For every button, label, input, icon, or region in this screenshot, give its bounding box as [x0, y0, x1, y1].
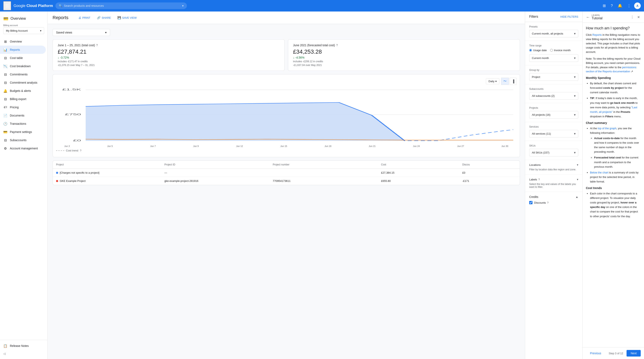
services-select[interactable]: All services (11) ▾: [529, 130, 578, 138]
labels-header: Labels ? ▾: [529, 178, 578, 181]
sidebar-item-commitments[interactable]: ⊟ Commitments: [0, 70, 46, 79]
discounts-checkbox[interactable]: [529, 201, 532, 204]
projects-select[interactable]: All projects (16) ▾: [529, 111, 578, 119]
cost-trend: Cost trend ?: [56, 147, 516, 154]
print-icon: 🖨: [78, 16, 81, 19]
locations-note: Filter by location data like region and …: [529, 168, 578, 171]
current-month-value: Current month: [532, 57, 549, 60]
apps-icon[interactable]: ⊞: [601, 2, 608, 10]
sidebar-collapse-btn[interactable]: ◁: [0, 350, 48, 357]
chart-period-select[interactable]: Daily ▾: [486, 78, 500, 84]
labels-help[interactable]: ?: [538, 178, 540, 181]
notifications-icon[interactable]: 🔔: [616, 2, 624, 10]
search-input[interactable]: [64, 4, 180, 8]
labels-note: Select the key and values of the labels …: [529, 183, 578, 188]
sidebar-item-cost-table[interactable]: ⊟ Cost table: [0, 54, 46, 62]
print-button[interactable]: 🖨 PRINT: [76, 15, 92, 21]
cost-breakdown-icon: 📉: [3, 64, 8, 68]
reports-link[interactable]: Reports: [592, 33, 602, 36]
subaccounts-icon: ⊟: [3, 138, 8, 142]
bar-chart-btn[interactable]: ▐: [510, 78, 516, 85]
invoice-month-radio[interactable]: [550, 49, 553, 52]
usage-date-option[interactable]: Usage date: [529, 49, 547, 52]
sidebar-item-release-notes[interactable]: 📋 Release Notes: [0, 342, 46, 350]
release-notes-icon: 📋: [3, 344, 8, 348]
sidebar-item-documents[interactable]: 📄 Documents: [0, 111, 46, 120]
presets-select[interactable]: Current month, all projects ▾: [529, 30, 578, 37]
share-button[interactable]: 🔗 SHARE: [95, 15, 112, 21]
hamburger-menu[interactable]: ☰: [3, 1, 11, 10]
tutorial-more-btn[interactable]: ⋮: [630, 14, 635, 20]
permissions-link[interactable]: permissions section of the Reports docum…: [586, 66, 636, 73]
sidebar-item-subaccounts[interactable]: ⊟ Subaccounts: [0, 136, 46, 144]
sidebar-header: 💳 Overview Billing account My Billing Ac…: [0, 12, 48, 36]
current-month-select[interactable]: Current month ▾: [529, 54, 578, 62]
search-bar[interactable]: 🔍 ▾: [56, 3, 187, 9]
top-graph-link[interactable]: top of the graph: [598, 127, 616, 130]
more-options-icon[interactable]: ⋮: [626, 2, 632, 10]
stat-help-icon[interactable]: ?: [96, 44, 98, 47]
sidebar-nav: ⊞ Overview 📊 Reports ⊟ Cost table 📉 Cost…: [0, 36, 48, 154]
subaccounts-select[interactable]: All subaccounts (2) ▾: [529, 92, 578, 100]
sidebar-item-cost-breakdown[interactable]: 📉 Cost breakdown: [0, 62, 46, 70]
cost-table-icon: ⊟: [3, 56, 8, 60]
below-chart-link[interactable]: Below the chart: [590, 171, 608, 174]
sidebar-item-reports[interactable]: 📊 Reports: [0, 46, 46, 54]
project-id-1: —: [164, 171, 273, 174]
hide-filters-button[interactable]: HIDE FILTERS: [560, 15, 578, 18]
chart-svg: £1.5K £750 £0: [56, 87, 516, 144]
discounts-help[interactable]: ?: [547, 201, 548, 204]
cost-1: £27,384.15: [381, 171, 462, 174]
stat-card-forecast: June 2021 (forecasted total cost) ? £34,…: [288, 39, 520, 71]
billing-account-chevron: ▾: [40, 29, 42, 32]
saved-views-dropdown[interactable]: Saved views ▾: [52, 29, 110, 36]
usage-date-radio[interactable]: [529, 49, 532, 52]
sidebar-item-label: Subaccounts: [10, 139, 26, 142]
discount-1: £0: [462, 171, 516, 174]
stat-period-forecast: June 2021 (forecasted total cost) ?: [293, 44, 515, 47]
budgets-alerts-icon: 🔔: [3, 89, 8, 93]
col-cost: Cost: [381, 163, 462, 166]
tutorial-monthly-spending-title: Monthly Spending: [586, 76, 641, 80]
locations-section: Locations ▾ Filter by location data like…: [525, 160, 582, 174]
group-by-value: Project: [532, 75, 540, 79]
sidebar-item-budgets-alerts[interactable]: 🔔 Budgets & alerts: [0, 87, 46, 95]
services-value: All services (11): [532, 132, 551, 135]
app-logo: Google Cloud Platform: [14, 4, 53, 8]
credits-chevron[interactable]: ▲: [576, 195, 578, 198]
tutorial-header-left: ← LEARN Tutorial: [586, 14, 602, 20]
locations-chevron[interactable]: ▾: [577, 163, 578, 166]
sidebar-item-commitment-analysis[interactable]: ⊟ Commitment analysis: [0, 79, 46, 87]
line-chart-btn[interactable]: 〜: [501, 78, 509, 85]
sidebar-item-pricing[interactable]: 🏷 Pricing: [0, 103, 46, 111]
stat-change-forecast: ↓ -4.56%: [293, 56, 515, 59]
billing-account-selector[interactable]: My Billing Account ▾: [3, 27, 44, 34]
cost-trend-help[interactable]: ?: [80, 149, 81, 152]
stat-forecast-help-icon[interactable]: ?: [336, 44, 338, 47]
save-view-button[interactable]: 💾 SAVE VIEW: [116, 15, 138, 21]
sidebar-item-billing-export[interactable]: ⊟ Billing export: [0, 95, 46, 103]
tutorial-next-button[interactable]: Next: [626, 350, 641, 356]
save-view-label: SAVE VIEW: [122, 16, 137, 19]
group-by-select[interactable]: Project ▾: [529, 73, 578, 81]
sidebar-item-label: Reports: [10, 48, 20, 51]
sidebar-item-payment-settings[interactable]: 💳 Payment settings: [0, 128, 46, 136]
sidebar-item-account-management[interactable]: ⚙ Account management: [0, 144, 46, 152]
labels-chevron[interactable]: ▾: [577, 178, 578, 181]
projects-chevron: ▾: [574, 113, 576, 117]
sidebar-item-transactions[interactable]: 🕐 Transactions: [0, 120, 46, 128]
sidebar-item-overview[interactable]: ⊞ Overview: [0, 37, 46, 46]
current-month-chevron: ▾: [574, 56, 576, 60]
tutorial-back-button[interactable]: ←: [586, 15, 590, 20]
invoice-month-option[interactable]: Invoice month: [550, 49, 571, 52]
tutorial-prev-button[interactable]: Previous: [586, 350, 605, 356]
tutorial-close-btn[interactable]: ✕: [636, 14, 641, 20]
project-number-2: 770954173611: [273, 179, 381, 182]
tutorial-header-actions: ⋮ ✕: [630, 14, 641, 20]
avatar[interactable]: A: [634, 3, 641, 9]
data-table: Project Project ID Project number Cost D…: [52, 161, 520, 185]
skus-select[interactable]: All SKUs (157) ▾: [529, 149, 578, 156]
sidebar-item-label: Commitments: [10, 73, 28, 76]
search-dropdown-icon[interactable]: ▾: [182, 4, 184, 8]
help-icon[interactable]: ?: [609, 2, 614, 10]
